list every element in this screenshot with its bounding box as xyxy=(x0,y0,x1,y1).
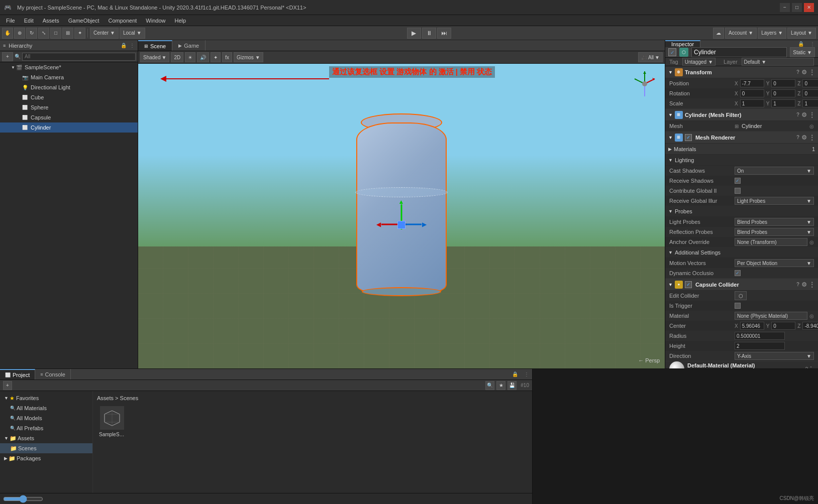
transform-settings[interactable]: ⚙ xyxy=(801,69,807,76)
hierarchy-lock[interactable]: 🔒 xyxy=(121,43,127,48)
rotate-tool[interactable]: ↻ xyxy=(26,28,37,39)
hand-tool[interactable]: ✋ xyxy=(2,28,13,39)
zoom-slider[interactable] xyxy=(3,495,43,503)
hierarchy-item-maincamera[interactable]: 📷 Main Camera xyxy=(0,72,138,82)
hierarchy-search[interactable] xyxy=(22,53,136,61)
height-field[interactable]: 2 xyxy=(735,342,785,350)
scale-tool[interactable]: ⤡ xyxy=(38,28,49,39)
motion-vectors-dropdown[interactable]: Per Object Motion ▼ xyxy=(735,259,814,267)
materials-collapse[interactable]: ▶ Materials 1 xyxy=(665,144,818,155)
scale-y-field[interactable]: 1 xyxy=(771,99,795,107)
transform-collapse-arrow[interactable]: ▼ xyxy=(668,70,673,75)
tab-console[interactable]: ≡ Console xyxy=(35,369,71,380)
mr-enable-checkbox[interactable]: ✓ xyxy=(685,134,692,141)
account-dropdown[interactable]: Account ▼ xyxy=(725,28,757,39)
cc-material-field[interactable]: None (Physic Material) xyxy=(735,312,807,320)
cc-question[interactable]: ? xyxy=(796,282,799,287)
cc-collapse-arrow[interactable]: ▼ xyxy=(668,282,673,287)
tab-inspector[interactable]: Inspector xyxy=(665,40,700,47)
pos-x-field[interactable]: -7.7 xyxy=(740,79,764,87)
object-name-input[interactable] xyxy=(691,47,787,57)
mr-question[interactable]: ? xyxy=(796,135,799,140)
is-trigger-checkbox[interactable] xyxy=(735,303,741,309)
proj-all-prefabs[interactable]: 🔍 All Prefabs xyxy=(0,423,92,433)
tab-game[interactable]: ▶ Game xyxy=(172,40,206,51)
local-dropdown[interactable]: Local ▼ xyxy=(120,28,145,39)
inspector-lock-icon[interactable]: 🔒 xyxy=(795,40,807,47)
additional-settings-collapse[interactable]: ▼ Additional Settings xyxy=(665,247,818,258)
cc-enable-checkbox[interactable]: ✓ xyxy=(685,281,692,288)
hierarchy-item-capsule[interactable]: ⬜ Capsule xyxy=(0,112,138,122)
step-button[interactable]: ⏭ xyxy=(437,28,451,39)
contribute-gi-checkbox[interactable] xyxy=(735,188,741,194)
transform-menu[interactable]: ⋮ xyxy=(809,69,815,76)
static-dropdown[interactable]: Static ▼ xyxy=(790,47,815,57)
filter-project[interactable]: ★ xyxy=(496,381,505,390)
2d-toggle[interactable]: 2D xyxy=(171,52,183,62)
cy-field[interactable]: 0 xyxy=(771,322,795,330)
fx-toggle[interactable]: fx xyxy=(222,52,232,62)
lighting-collapse[interactable]: ▼ Lighting xyxy=(665,155,818,166)
proj-all-materials[interactable]: 🔍 All Materials xyxy=(0,403,92,413)
scale-z-field[interactable]: 1 xyxy=(802,99,818,107)
layout-dropdown[interactable]: Layout ▼ xyxy=(787,28,816,39)
mf-settings[interactable]: ⚙ xyxy=(801,111,807,118)
menu-gameobject[interactable]: GameObject xyxy=(64,17,104,25)
hierarchy-item-dirlight[interactable]: 💡 Directional Light xyxy=(0,82,138,92)
render-mode-dropdown[interactable]: Shaded ▼ xyxy=(140,52,169,62)
receive-gi-dropdown[interactable]: Light Probes ▼ xyxy=(735,197,814,205)
proj-scenes-folder[interactable]: 📁 Scenes xyxy=(0,443,92,453)
edit-collider-button[interactable]: ⬡ xyxy=(735,291,747,300)
list-item[interactable]: SampleSc... xyxy=(97,404,127,439)
pivot-dropdown[interactable]: Center ▼ xyxy=(90,28,119,39)
proj-favorites[interactable]: ▼ ★ Favorites xyxy=(0,393,92,403)
transform-question[interactable]: ? xyxy=(796,69,799,75)
tab-scene[interactable]: ⊞ Scene xyxy=(138,40,172,51)
pause-button[interactable]: ⏸ xyxy=(422,28,436,39)
proj-packages[interactable]: ▶ 📁 Packages xyxy=(0,453,92,463)
mr-collapse-arrow[interactable]: ▼ xyxy=(668,135,673,140)
reflection-probes-dropdown[interactable]: Blend Probes ▼ xyxy=(735,228,814,236)
cast-shadows-dropdown[interactable]: On ▼ xyxy=(735,167,814,175)
tab-project[interactable]: ⬜ Project xyxy=(0,369,35,380)
menu-file[interactable]: File xyxy=(2,17,19,25)
custom-editor-tool[interactable]: ✦ xyxy=(74,28,85,39)
hierarchy-item-sphere[interactable]: ⬜ Sphere xyxy=(0,102,138,112)
close-button[interactable]: ✕ xyxy=(804,3,814,12)
hierarchy-menu[interactable]: ⋮ xyxy=(130,43,135,48)
save-project[interactable]: 💾 xyxy=(507,381,517,390)
audio-toggle[interactable]: 🔊 xyxy=(197,52,209,62)
receive-shadows-checkbox[interactable]: ✓ xyxy=(735,178,741,184)
mr-menu[interactable]: ⋮ xyxy=(809,134,815,141)
mf-collapse-arrow[interactable]: ▼ xyxy=(668,112,673,117)
inspector-menu-icon[interactable]: ⋮ xyxy=(807,40,818,47)
menu-assets[interactable]: Assets xyxy=(39,17,63,25)
rot-x-field[interactable]: 0 xyxy=(740,89,764,97)
rot-y-field[interactable]: 0 xyxy=(771,89,795,97)
cc-settings[interactable]: ⚙ xyxy=(801,281,807,288)
corner-gizmo[interactable] xyxy=(630,69,660,99)
hierarchy-item-cube[interactable]: ⬜ Cube xyxy=(0,92,138,102)
collab-button[interactable]: ☁ xyxy=(713,28,724,39)
cc-menu[interactable]: ⋮ xyxy=(809,281,815,288)
anchor-override-dropdown[interactable]: None (Transform) xyxy=(735,238,807,246)
scene-camera-dropdown[interactable]: 🎥 All ▼ xyxy=(638,52,663,62)
scene-view[interactable]: ← Persp 通过该复选框 设置 游戏物体 的 激活 | 禁用 状态 xyxy=(138,64,665,368)
search-project[interactable]: 🔍 xyxy=(485,381,494,390)
scale-x-field[interactable]: 1 xyxy=(740,99,764,107)
radius-field[interactable]: 0.5000001 xyxy=(735,332,785,340)
mesh-select[interactable]: ◎ xyxy=(809,123,814,129)
lighting-toggle[interactable]: ☀ xyxy=(185,52,195,62)
play-button[interactable]: ▶ xyxy=(407,28,421,39)
pos-y-field[interactable]: 0 xyxy=(771,79,795,87)
effects-toggle[interactable]: ✦ xyxy=(211,52,221,62)
cx-field[interactable]: 5.96046 xyxy=(740,322,764,330)
add-asset-button[interactable]: + xyxy=(3,381,12,390)
minimize-button[interactable]: − xyxy=(780,3,790,12)
mf-question[interactable]: ? xyxy=(796,112,799,117)
project-lock[interactable]: 🔒 xyxy=(509,369,521,380)
dynamic-occlusion-checkbox[interactable]: ✓ xyxy=(735,270,741,276)
proj-all-models[interactable]: 🔍 All Models xyxy=(0,413,92,423)
light-probes-dropdown[interactable]: Blend Probes ▼ xyxy=(735,218,814,226)
object-active-checkbox[interactable]: ✓ xyxy=(668,48,676,56)
